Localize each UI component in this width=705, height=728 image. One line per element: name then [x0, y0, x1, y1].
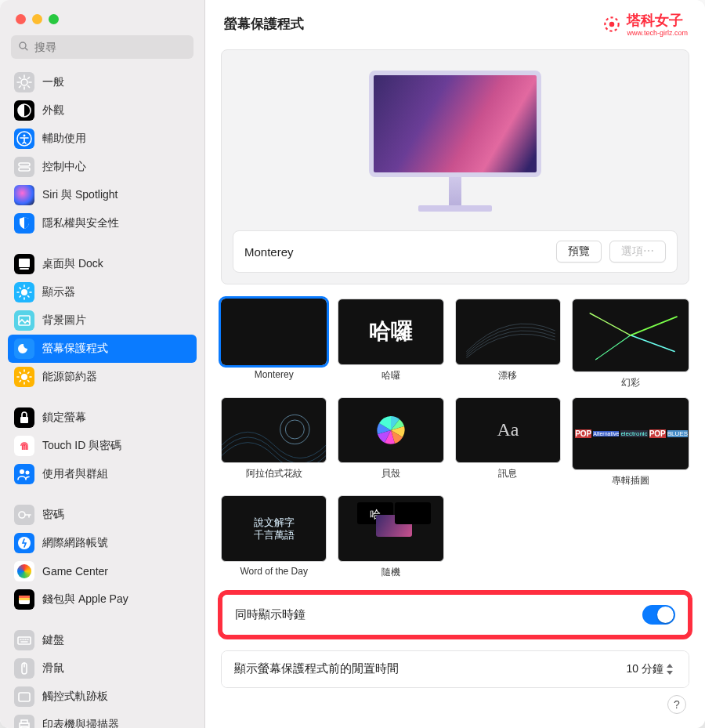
monitor-screen-icon — [369, 71, 541, 177]
sidebar-item-label: 滑鼠 — [42, 661, 64, 675]
thumb-label: Monterey — [221, 369, 327, 380]
energy-icon — [14, 367, 34, 387]
search-icon — [17, 40, 30, 56]
svg-rect-13 — [20, 417, 28, 423]
siri-spotlight-icon — [14, 185, 34, 205]
search-input[interactable] — [11, 35, 193, 59]
sidebar-item-wallet[interactable]: 錢包與 Apple Pay — [8, 585, 197, 614]
svg-rect-8 — [19, 259, 30, 267]
sidebar-item-lockscreen[interactable]: 鎖定螢幕 — [8, 404, 197, 432]
sidebar-item-label: 桌面與 Dock — [42, 257, 103, 271]
sidebar-item-label: 外觀 — [42, 103, 64, 118]
printers-icon — [14, 715, 34, 728]
wallpaper-icon — [14, 310, 34, 331]
sidebar-item-label: 密碼 — [42, 508, 64, 522]
sidebar-item-desktop-dock[interactable]: 桌面與 Dock — [8, 250, 197, 278]
help-button[interactable]: ? — [667, 695, 686, 714]
svg-point-16 — [19, 512, 25, 518]
lockscreen-icon — [14, 407, 34, 428]
sidebar-item-label: 鍵盤 — [42, 633, 64, 647]
screensaver-thumb-flurry[interactable]: 幻彩 — [572, 299, 689, 389]
close-window-button[interactable] — [16, 14, 26, 24]
users-icon — [14, 464, 34, 484]
sidebar-item-label: 鎖定螢幕 — [42, 411, 86, 425]
svg-rect-7 — [19, 168, 30, 171]
sidebar-item-label: 顯示器 — [42, 285, 75, 299]
svg-line-33 — [596, 335, 631, 360]
sidebar-item-label: 能源節約器 — [42, 370, 97, 384]
sidebar-item-printers[interactable]: 印表機與掃描器 — [8, 711, 197, 728]
sidebar-item-control-center[interactable]: 控制中心 — [8, 153, 197, 181]
screensaver-thumb-monterey[interactable]: Monterey — [221, 299, 327, 389]
watermark-sub: www.tech-girlz.com — [627, 30, 688, 37]
privacy-security-icon — [14, 213, 34, 234]
wallet-icon — [14, 589, 34, 610]
show-clock-toggle[interactable] — [642, 605, 675, 625]
sidebar-item-displays[interactable]: 顯示器 — [8, 278, 197, 306]
screensaver-thumb-arabesque[interactable]: 阿拉伯式花紋 — [221, 397, 327, 488]
idle-time-label: 顯示螢幕保護程式前的閒置時間 — [234, 661, 399, 676]
idle-time-row[interactable]: 顯示螢幕保護程式前的閒置時間 10 分鐘 — [222, 651, 689, 687]
main-panel: 螢幕保護程式 塔科女子 www.tech-girlz.com Monterey — [205, 0, 705, 728]
sidebar-item-label: Touch ID 與密碼 — [42, 439, 121, 453]
svg-rect-24 — [19, 693, 30, 701]
sidebar-item-energy[interactable]: 能源節約器 — [8, 363, 197, 391]
sidebar-item-touchid[interactable]: Touch ID 與密碼 — [8, 432, 197, 460]
svg-point-12 — [21, 374, 27, 380]
sidebar-item-appearance[interactable]: 外觀 — [8, 96, 197, 125]
svg-line-32 — [590, 313, 631, 335]
sidebar-item-trackpad[interactable]: 觸控式軌跡板 — [8, 683, 197, 711]
sidebar-item-users[interactable]: 使用者與群組 — [8, 460, 197, 488]
accessibility-icon — [14, 129, 34, 149]
screensaver-thumb-shells[interactable]: 貝殼 — [338, 397, 443, 488]
preview-button[interactable]: 預覽 — [556, 241, 602, 263]
screensaver-thumb-random[interactable]: 哈隨機 — [338, 495, 443, 579]
zoom-window-button[interactable] — [49, 14, 59, 24]
sidebar-item-accessibility[interactable]: 輔助使用 — [8, 125, 197, 153]
sidebar: 一般外觀輔助使用控制中心Siri 與 Spotlight隱私權與安全性桌面與 D… — [0, 0, 205, 728]
sidebar-item-label: 控制中心 — [42, 160, 86, 174]
desktop-dock-icon — [14, 254, 34, 274]
svg-line-30 — [631, 317, 677, 335]
sidebar-item-screensaver[interactable]: 螢幕保護程式 — [8, 335, 197, 363]
sidebar-item-privacy-security[interactable]: 隱私權與安全性 — [8, 209, 197, 237]
svg-point-0 — [20, 42, 26, 49]
sidebar-item-siri-spotlight[interactable]: Siri 與 Spotlight — [8, 181, 197, 209]
screensaver-thumb-message[interactable]: Aa訊息 — [455, 397, 561, 488]
screensaver-thumb-drift[interactable]: 漂移 — [455, 299, 561, 389]
idle-time-value: 10 分鐘 — [627, 662, 663, 676]
sidebar-item-passwords[interactable]: 密碼 — [8, 501, 197, 529]
minimize-window-button[interactable] — [32, 14, 42, 24]
sidebar-item-label: 錢包與 Apple Pay — [42, 592, 128, 607]
screensaver-thumb-hello[interactable]: 哈囉哈囉 — [338, 299, 443, 389]
svg-point-34 — [280, 415, 309, 444]
thumb-label: 哈囉 — [338, 369, 443, 382]
svg-rect-6 — [19, 163, 30, 166]
screensaver-thumb-wotd[interactable]: 說文解字 千言萬語Word of the Day — [221, 495, 327, 579]
sidebar-item-general[interactable]: 一般 — [8, 68, 197, 96]
thumb-label: 貝殼 — [338, 467, 443, 480]
screensaver-thumb-albumart[interactable]: POPAlternativeelectronicPOPBLUES專輯插圖 — [572, 397, 689, 488]
thumb-label: 訊息 — [455, 467, 561, 480]
trackpad-icon — [14, 686, 34, 707]
control-center-icon — [14, 157, 34, 177]
sidebar-item-wallpaper[interactable]: 背景圖片 — [8, 306, 197, 335]
sidebar-item-internet-accounts[interactable]: 網際網路帳號 — [8, 529, 197, 557]
game-center-icon — [14, 561, 34, 581]
sidebar-item-mouse[interactable]: 滑鼠 — [8, 654, 197, 683]
sidebar-item-game-center[interactable]: Game Center — [8, 557, 197, 585]
updown-icon — [665, 661, 676, 677]
svg-rect-20 — [19, 598, 30, 600]
displays-icon — [14, 282, 34, 302]
idle-time-section: 顯示螢幕保護程式前的閒置時間 10 分鐘 — [221, 650, 689, 688]
general-icon — [14, 72, 34, 92]
sidebar-item-label: 網際網路帳號 — [42, 536, 108, 550]
monitor-preview — [369, 71, 541, 212]
sidebar-item-label: 隱私權與安全性 — [42, 216, 119, 230]
sidebar-item-keyboard[interactable]: 鍵盤 — [8, 626, 197, 654]
options-button[interactable]: 選項⋯ — [609, 241, 666, 263]
sidebar-item-label: 輔助使用 — [42, 132, 86, 146]
watermark-logo: 塔科女子 www.tech-girlz.com — [602, 11, 688, 37]
idle-time-popup[interactable]: 10 分鐘 — [627, 661, 676, 677]
show-clock-row[interactable]: 同時顯示時鐘 — [222, 595, 688, 635]
